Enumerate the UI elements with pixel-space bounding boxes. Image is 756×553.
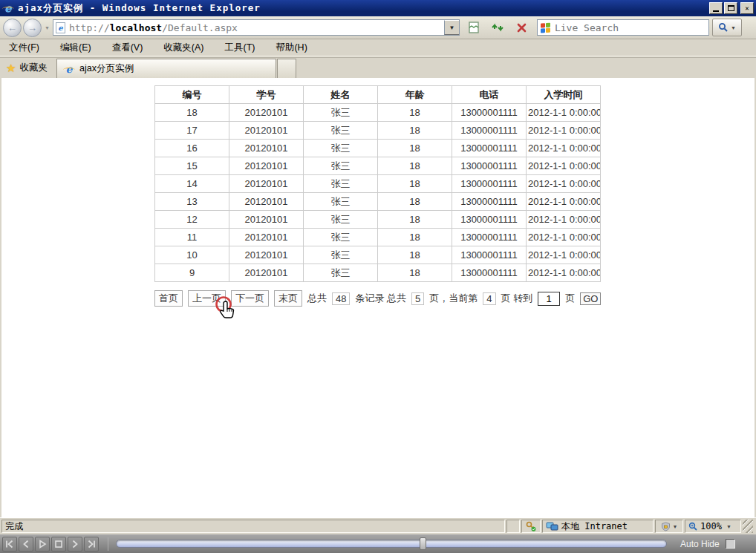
table-cell: 20120101 [229,229,304,246]
page-suffix-label: 页 [565,292,575,305]
auto-hide-checkbox[interactable] [726,539,735,549]
status-text-panel: 完成 [1,520,505,533]
zoom-panel[interactable]: 100% ▼ [685,520,741,533]
table-cell: 张三 [304,229,378,246]
search-options-caret[interactable]: ▼ [731,25,736,30]
resize-grip[interactable] [743,520,753,533]
table-row: 11 20120101 张三 18 13000001111 2012-1-1 0… [155,229,601,246]
player-separator [108,537,108,551]
table-row: 16 20120101 张三 18 13000001111 2012-1-1 0… [155,140,601,157]
address-url: http://localhost/Default.aspx [69,22,238,33]
table-cell: 13000001111 [452,104,527,122]
slider-thumb[interactable] [420,537,426,550]
table-cell: 20120101 [229,175,304,193]
menu-tools[interactable]: 工具(T) [223,40,256,56]
back-button[interactable]: ← [3,19,22,37]
auto-hide-label: Auto Hide [680,539,720,549]
compatibility-view-button[interactable] [466,19,483,36]
stop-button[interactable] [513,19,531,36]
search-box[interactable] [537,19,709,36]
next-page-button[interactable]: 下一页 [231,290,269,307]
security-zone-panel[interactable]: 本地 Intranet [542,520,654,533]
stop-icon [516,22,527,33]
first-frame-button[interactable] [2,537,17,552]
prev-page-button[interactable]: 上一页 [188,290,226,307]
status-text: 完成 [5,520,23,533]
table-cell: 张三 [304,264,378,282]
pages-label: 页，当前第 [429,292,478,305]
protected-mode-panel[interactable]: ▼ [655,520,683,533]
address-dropdown-button[interactable]: ▼ [444,20,459,35]
search-go-button[interactable]: ▼ [712,19,742,36]
last-frame-button[interactable] [84,537,99,552]
menu-file[interactable]: 文件(F) [7,40,41,56]
table-cell: 18 [378,229,452,246]
table-cell: 18 [378,104,452,122]
table-cell: 18 [378,175,452,193]
table-cell: 13000001111 [452,175,527,193]
search-input[interactable] [555,22,688,33]
play-button[interactable] [35,537,50,552]
current-page-value: 4 [483,292,495,305]
records-label: 条记录 总共 [355,292,406,305]
protected-mode-caret[interactable]: ▼ [673,524,678,529]
browser-window: e ajax分页实例 - Windows Internet Explorer ✕… [0,0,756,553]
maximize-button[interactable] [724,2,737,14]
table-cell: 2012-1-1 0:00:00 [527,104,601,122]
go-button[interactable]: GO [580,292,601,305]
table-row: 17 20120101 张三 18 13000001111 2012-1-1 0… [155,122,601,140]
close-button[interactable]: ✕ [740,2,754,14]
menu-favorites[interactable]: 收藏夹(A) [162,40,205,56]
table-header-row: 编号 学号 姓名 年龄 电话 入学时间 [155,86,601,104]
address-bar[interactable]: e http://localhost/Default.aspx ▼ [53,19,460,36]
history-dropdown[interactable]: ▼ [45,25,50,30]
magnifier-icon [718,22,729,33]
prev-frame-button[interactable] [19,537,33,552]
active-tab[interactable]: e ajax分页实例 [56,59,276,78]
windows-flag-icon [541,22,551,33]
goto-page-input[interactable] [538,292,560,306]
close-icon: ✕ [745,4,749,12]
forward-button[interactable]: → [23,19,42,37]
table-row: 10 20120101 张三 18 13000001111 2012-1-1 0… [155,246,601,264]
table-cell: 13000001111 [452,246,527,264]
table-cell: 张三 [304,140,378,157]
table-cell: 张三 [304,104,378,122]
col-header: 年龄 [378,86,452,104]
table-cell: 16 [155,140,229,157]
timeline-slider[interactable] [116,540,667,548]
zoom-level: 100% [700,521,722,531]
table-row: 13 20120101 张三 18 13000001111 2012-1-1 0… [155,193,601,211]
table-cell: 2012-1-1 0:00:00 [527,175,601,193]
stop-playback-button[interactable] [51,537,66,552]
zoom-caret[interactable]: ▼ [726,524,731,529]
favorites-button[interactable]: ★ 收藏夹 [0,58,55,78]
next-frame-button[interactable] [68,537,82,552]
table-cell: 2012-1-1 0:00:00 [527,264,601,282]
table-cell: 15 [155,157,229,175]
zone-label: 本地 Intranet [561,520,628,533]
tab-ie-icon: e [63,63,75,75]
menu-bar: 文件(F) 编辑(E) 查看(V) 收藏夹(A) 工具(T) 帮助(H) [0,39,756,56]
menu-view[interactable]: 查看(V) [111,40,145,56]
first-page-button[interactable]: 首页 [154,290,183,307]
star-icon: ★ [6,62,16,75]
menu-edit[interactable]: 编辑(E) [59,40,93,56]
table-cell: 20120101 [229,193,304,211]
table-cell: 2012-1-1 0:00:00 [527,229,601,246]
last-page-button[interactable]: 末页 [274,290,302,307]
table-cell: 2012-1-1 0:00:00 [527,140,601,157]
menu-help[interactable]: 帮助(H) [274,40,308,56]
new-tab-button[interactable] [277,59,296,78]
table-cell: 2012-1-1 0:00:00 [527,211,601,229]
table-cell: 18 [378,211,452,229]
minimize-button[interactable] [709,2,723,14]
chevron-right-icon [70,539,80,549]
table-row: 15 20120101 张三 18 13000001111 2012-1-1 0… [155,157,601,175]
play-icon [37,539,48,549]
refresh-button[interactable] [489,19,507,36]
total-records-value: 48 [332,292,350,305]
table-cell: 13000001111 [452,211,527,229]
refresh-icon [492,22,504,34]
status-empty-panel [506,520,520,533]
